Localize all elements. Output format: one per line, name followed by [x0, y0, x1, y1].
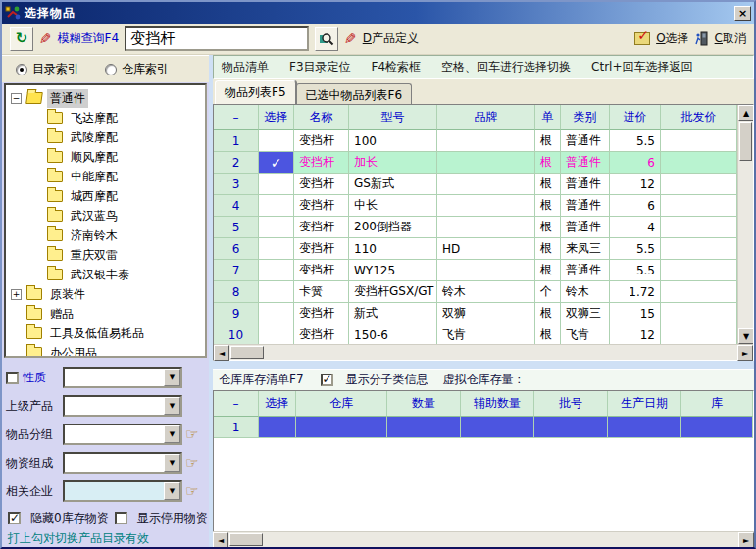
tree-item[interactable]: 赠品 — [6, 304, 205, 324]
grid-cell[interactable]: 15 — [610, 303, 661, 324]
grid-header-cell[interactable]: – — [214, 391, 259, 417]
grid-cell[interactable]: 5.5 — [610, 260, 661, 281]
grid-cell[interactable] — [437, 130, 535, 152]
scroll-right-button[interactable]: ► — [738, 532, 754, 548]
grid-cell[interactable]: 根 — [535, 152, 561, 174]
tree-item[interactable]: −普通件 — [6, 88, 205, 108]
tree-item[interactable]: 工具及低值易耗品 — [6, 324, 205, 343]
show-disabled-checkbox[interactable] — [115, 512, 127, 524]
filter-dropdown[interactable]: ▼ — [63, 452, 182, 474]
tree-item[interactable]: +原装件 — [6, 284, 205, 304]
grid-cell[interactable]: 变挡杆 — [294, 174, 349, 195]
row-select-cell[interactable] — [259, 324, 294, 344]
grid-cell[interactable]: 普通件 — [561, 130, 610, 152]
grid-cell[interactable]: 新式 — [349, 303, 437, 324]
grid-header-cell[interactable]: 批号 — [534, 391, 608, 417]
grid-cell[interactable]: 飞肯 — [561, 324, 610, 344]
items-vertical-scrollbar[interactable]: ▲ ▼ — [737, 105, 753, 344]
table-row[interactable]: 10变挡杆150-6飞肯根飞肯12 — [214, 324, 737, 344]
stock-horizontal-scrollbar[interactable]: ◄ ► — [213, 531, 754, 547]
row-select-cell[interactable] — [259, 281, 294, 303]
scrollbar-thumb[interactable] — [230, 346, 264, 359]
row-select-cell[interactable] — [259, 174, 294, 195]
scroll-left-button[interactable]: ◄ — [213, 532, 228, 548]
filter-dropdown[interactable]: ▼ — [63, 395, 182, 417]
tree-item[interactable]: 济南铃木 — [6, 225, 205, 245]
grid-cell[interactable]: 变挡杆 — [294, 217, 349, 238]
grid-cell[interactable]: 普通件 — [561, 152, 610, 174]
section-splitter[interactable] — [213, 361, 754, 369]
grid-cell[interactable]: 150-6 — [349, 324, 437, 344]
grid-cell[interactable]: WY125 — [349, 260, 437, 281]
grid-cell[interactable]: 6 — [610, 152, 661, 174]
table-row[interactable]: 2✓变挡杆加长根普通件6 — [214, 152, 737, 174]
row-select-cell[interactable] — [259, 195, 294, 217]
chevron-down-icon[interactable]: ▼ — [164, 369, 180, 386]
grid-cell[interactable]: 根 — [535, 238, 561, 260]
scrollbar-track[interactable] — [264, 532, 738, 547]
grid-cell[interactable]: 根 — [535, 217, 561, 238]
grid-cell[interactable]: 110 — [349, 238, 437, 260]
grid-cell[interactable]: 12 — [610, 324, 661, 344]
grid-cell[interactable]: 变挡杆 — [294, 303, 349, 324]
row-select-cell[interactable] — [259, 238, 294, 260]
grid-cell[interactable] — [661, 238, 737, 260]
grid-cell[interactable] — [661, 195, 737, 217]
title-bar[interactable]: 选择物品 × — [2, 2, 754, 24]
scroll-left-button[interactable]: ◄ — [214, 345, 229, 361]
filter-dropdown[interactable]: ▼ — [63, 480, 182, 502]
grid-cell[interactable]: 铃木 — [437, 281, 535, 303]
grid-cell[interactable] — [437, 217, 535, 238]
nature-checkbox[interactable] — [6, 372, 19, 384]
grid-cell[interactable]: 200倒挡器 — [349, 217, 437, 238]
grid-cell[interactable] — [661, 324, 737, 344]
grid-header-cell[interactable]: 型号 — [349, 105, 437, 130]
grid-header-cell[interactable]: 批发价 — [661, 105, 737, 130]
table-row[interactable]: 9变挡杆新式双狮根双狮三15 — [214, 303, 737, 324]
tree-item[interactable]: 办公用品 — [6, 343, 205, 358]
tree-item[interactable]: 武汉银丰泰 — [6, 265, 205, 284]
grid-header-cell[interactable]: 库 — [681, 391, 753, 417]
chevron-down-icon[interactable]: ▼ — [164, 482, 180, 500]
grid-cell[interactable] — [661, 130, 737, 152]
table-row[interactable]: 3变挡杆GS新式根普通件12 — [214, 174, 737, 195]
table-row[interactable]: 7变挡杆WY125根普通件5.5 — [214, 260, 737, 281]
grid-cell[interactable] — [296, 417, 387, 438]
row-select-cell[interactable] — [259, 417, 296, 438]
grid-header-cell[interactable]: 单 — [535, 105, 561, 130]
grid-header-cell[interactable]: 辅助数量 — [461, 391, 534, 417]
grid-cell[interactable]: 变挡杆 — [294, 324, 349, 344]
tree-item[interactable]: 中能摩配 — [6, 167, 205, 186]
grid-cell[interactable]: 变挡杆 — [294, 195, 349, 217]
grid-cell[interactable] — [608, 417, 681, 438]
tab-item-list[interactable]: 物品列表F5 — [215, 80, 296, 104]
chevron-down-icon[interactable]: ▼ — [164, 397, 180, 415]
tree-item[interactable]: 武汉蓝鸟 — [6, 206, 205, 225]
catalog-tree[interactable]: −普通件飞达摩配武陵摩配顺风摩配中能摩配城西摩配武汉蓝鸟济南铃木重庆双雷武汉银丰… — [4, 83, 207, 358]
grid-cell[interactable]: 变挡杆 — [294, 152, 349, 174]
grid-cell[interactable] — [437, 152, 535, 174]
grid-cell[interactable]: 普通件 — [561, 195, 610, 217]
tree-item[interactable]: 重庆双雷 — [6, 245, 205, 265]
items-horizontal-scrollbar[interactable]: ◄ ► — [214, 344, 753, 360]
grid-cell[interactable]: 6 — [610, 195, 661, 217]
grid-cell[interactable] — [461, 417, 534, 438]
grid-cell[interactable]: 双狮三 — [561, 303, 610, 324]
row-select-cell[interactable]: ✓ — [259, 152, 294, 174]
select-button[interactable]: O选择 — [656, 30, 688, 47]
grid-cell[interactable] — [681, 417, 753, 438]
filter-dropdown[interactable]: ▼ — [63, 424, 182, 445]
grid-cell[interactable] — [661, 152, 737, 174]
grid-cell[interactable]: 加长 — [349, 152, 437, 174]
grid-cell[interactable] — [661, 174, 737, 195]
grid-cell[interactable]: 1.72 — [610, 281, 661, 303]
grid-header-cell[interactable]: 品牌 — [437, 105, 535, 130]
tab-selected-item-list[interactable]: 已选中物品列表F6 — [296, 83, 413, 104]
grid-cell[interactable]: 飞肯 — [437, 324, 535, 344]
scrollbar-thumb[interactable] — [229, 533, 263, 546]
table-row[interactable]: 8卡簧变挡杆GSX/GT铃木个铃木1.72 — [214, 281, 737, 303]
grid-header-cell[interactable]: 选择 — [259, 391, 296, 417]
product-definition-button[interactable]: D产品定义 — [363, 30, 419, 47]
close-icon[interactable]: × — [734, 6, 751, 21]
grid-cell[interactable]: GS新式 — [349, 174, 437, 195]
